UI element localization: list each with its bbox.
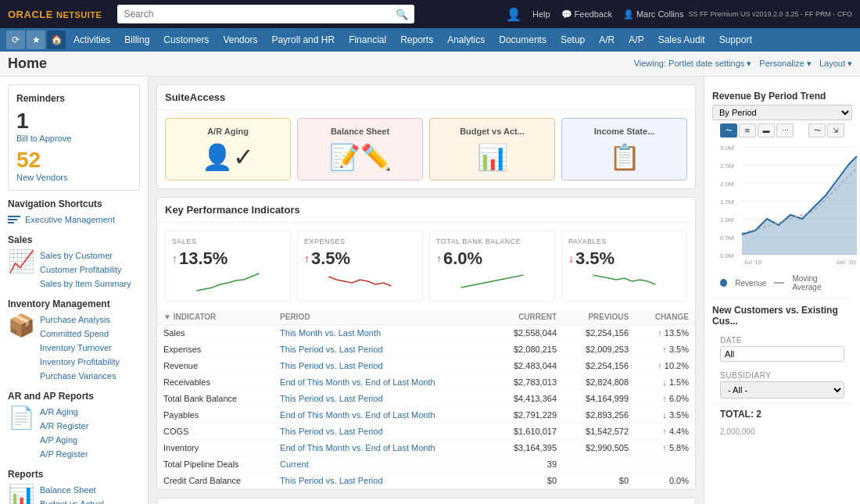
layout-link[interactable]: Layout ▾ (819, 59, 852, 69)
sidebar-purchase-analysis[interactable]: Purchase Analysis (40, 313, 120, 327)
inventory-icon-row: 📦 Purchase Analysis Committed Spend Inve… (8, 313, 140, 383)
feedback-link[interactable]: 💬 Feedback (561, 9, 612, 20)
suite-access-grid: A/R Aging 👤✓ Balance Sheet 📝✏️ Budget vs… (157, 110, 695, 188)
cell-change: ↑ 13.5% (635, 325, 695, 341)
sidebar-ar-aging[interactable]: A/R Aging (40, 405, 88, 419)
search-input[interactable] (124, 9, 396, 20)
logo-oracle: ORACLE (8, 9, 53, 20)
cell-period[interactable]: This Period vs. Last Period (274, 358, 491, 374)
cell-period[interactable]: Current (274, 456, 491, 473)
reminder-label-2[interactable]: New Vendors (16, 173, 131, 182)
home-shortcut-icon[interactable]: ⟳ (6, 30, 25, 49)
kpi-expenses-up-icon: ↑ (304, 252, 310, 265)
legend-moving-dash (774, 282, 784, 284)
legend-revenue-label: Revenue (735, 279, 766, 288)
table-row: Inventory End of This Month vs. End of L… (157, 440, 695, 456)
cell-period[interactable]: End of This Month vs. End of Last Month (274, 407, 491, 424)
sidebar-inventory-turnover[interactable]: Inventory Turnover (40, 341, 120, 355)
sales-section-title: Sales (8, 234, 140, 245)
sidebar-budget-vs-actual[interactable]: Budget vs Actual (40, 497, 122, 504)
chart-bar-icon[interactable]: ▬ (758, 123, 775, 138)
nav-vendors[interactable]: Vendors (217, 31, 263, 48)
nav-financial[interactable]: Financial (342, 31, 392, 48)
viewing-portlet-link[interactable]: Viewing: Portlet date settings ▾ (634, 59, 752, 69)
svg-text:1.5M: 1.5M (720, 198, 734, 206)
nav-analytics[interactable]: Analytics (441, 31, 491, 48)
cell-indicator: Revenue (157, 358, 274, 374)
sales-icon-row: 📈 Sales by Customer Customer Profitabili… (8, 248, 140, 291)
cell-period[interactable]: This Month vs. Last Month (274, 325, 491, 341)
sidebar-inventory-profitability[interactable]: Inventory Profitability (40, 355, 120, 369)
page-header-band: Home Viewing: Portlet date settings ▾ Pe… (0, 52, 860, 77)
chart-line-icon[interactable]: 〜 (720, 123, 737, 138)
cell-current: $3,164,395 (491, 440, 563, 456)
nav-activities[interactable]: Activities (67, 31, 116, 48)
suite-card-ar-aging[interactable]: A/R Aging 👤✓ (165, 118, 291, 181)
exec-mgmt-link[interactable]: Executive Management (25, 213, 115, 227)
cell-period[interactable]: This Period vs. Last Period (274, 341, 491, 358)
cell-previous: $2,824,808 (563, 374, 635, 391)
right-panel: Revenue By Period Trend By Period 〜 ≋ ▬ … (704, 77, 860, 504)
kpi-bank-balance: TOTAL BANK BALANCE ↑ 6.0% (429, 231, 555, 302)
cell-period[interactable]: This Period vs. Last Period (274, 391, 491, 407)
sidebar-sales-by-customer[interactable]: Sales by Customer (40, 248, 131, 263)
suite-card-income[interactable]: Income State... 📋 (561, 118, 687, 181)
table-row: COGS This Period vs. Last Period $1,610,… (157, 424, 695, 440)
ar-aging-icon: 👤✓ (202, 142, 254, 172)
subsidiary-select[interactable]: - All - (720, 381, 844, 399)
chart-wave-icon[interactable]: ≋ (739, 123, 756, 138)
nav-setup[interactable]: Setup (554, 31, 591, 48)
sidebar-sales-by-item[interactable]: Sales by Item Summary (40, 277, 131, 291)
sidebar-purchase-variances[interactable]: Purchase Variances (40, 369, 120, 383)
cell-period[interactable]: This Period vs. Last Period (274, 473, 491, 489)
reports-links: Balance Sheet Budget vs Actual Income St… (40, 483, 122, 504)
chart-full-icon[interactable]: ⇲ (827, 123, 844, 138)
personalize-link[interactable]: Personalize ▾ (759, 59, 812, 69)
period-select[interactable]: By Period (712, 105, 852, 120)
balance-sheet-icon: 📝✏️ (329, 142, 392, 172)
cell-previous (563, 456, 635, 473)
user-icon[interactable]: 👤 (506, 7, 521, 22)
user-name-display[interactable]: 👤 Marc Collins SS FF Premium US v2019.2.… (623, 9, 852, 20)
nav-sales-audit[interactable]: Sales Audit (652, 31, 711, 48)
home-icon[interactable]: 🏠 (47, 30, 66, 49)
nav-support[interactable]: Support (713, 31, 758, 48)
cell-indicator: Total Bank Balance (157, 391, 274, 407)
nav-ap[interactable]: A/P (622, 31, 650, 48)
nav-documents[interactable]: Documents (493, 31, 553, 48)
cell-period[interactable]: This Period vs. Last Period (274, 424, 491, 440)
svg-text:2.5M: 2.5M (720, 163, 734, 170)
nav-billing[interactable]: Billing (118, 31, 156, 48)
nav-reports[interactable]: Reports (394, 31, 439, 48)
date-input[interactable] (720, 346, 844, 362)
chart-zoom-icon[interactable]: 〜 (808, 123, 826, 138)
legend-moving-label: Moving Average (792, 274, 844, 291)
nav-ar[interactable]: A/R (593, 31, 621, 48)
favorites-icon[interactable]: ★ (27, 30, 45, 49)
nav-payroll[interactable]: Payroll and HR (265, 31, 341, 48)
sidebar-customer-profitability[interactable]: Customer Profitability (40, 263, 131, 277)
cell-indicator: Expenses (157, 341, 274, 358)
sidebar-committed-spend[interactable]: Committed Spend (40, 327, 120, 341)
suite-access-card: SuiteAccess A/R Aging 👤✓ Balance Sheet 📝… (156, 84, 696, 189)
suite-card-budget[interactable]: Budget vs Act... 📊 (429, 118, 555, 181)
kpi-sales-value: ↑ 13.5% (172, 248, 284, 269)
search-icon[interactable]: 🔍 (396, 9, 408, 20)
cell-period[interactable]: End of This Month vs. End of Last Month (274, 374, 491, 391)
exec-mgmt-row[interactable]: Executive Management (8, 213, 140, 227)
cell-period[interactable]: End of This Month vs. End of Last Month (274, 440, 491, 456)
cell-current: $2,483,044 (491, 358, 563, 374)
chart-scatter-icon[interactable]: ⋯ (776, 123, 794, 138)
subsidiary-row: SUBSIDIARY - All - (712, 366, 852, 403)
sidebar-ap-register[interactable]: A/P Register (40, 447, 88, 461)
sidebar-ar-register[interactable]: A/R Register (40, 419, 88, 433)
reminder-label-1[interactable]: Bill to Approve (16, 134, 131, 143)
sidebar-balance-sheet[interactable]: Balance Sheet (40, 483, 122, 497)
kpi-payables-label: PAYABLES (568, 238, 680, 245)
nav-customers[interactable]: Customers (157, 31, 215, 48)
sidebar-ap-aging[interactable]: A/P Aging (40, 433, 88, 447)
search-bar[interactable]: 🔍 (117, 5, 414, 23)
help-link[interactable]: Help (532, 9, 550, 19)
revenue-trend-section: Revenue By Period Trend By Period 〜 ≋ ▬ … (712, 84, 852, 295)
suite-card-balance-sheet[interactable]: Balance Sheet 📝✏️ (297, 118, 423, 181)
